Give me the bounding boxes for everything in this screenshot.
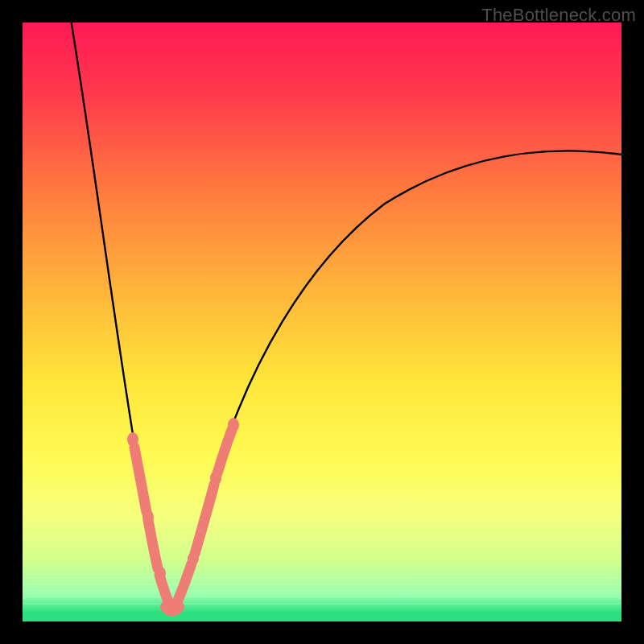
svg-point-9: [210, 471, 221, 485]
svg-point-5: [127, 432, 138, 447]
svg-point-7: [155, 567, 166, 580]
gradient-background: [23, 23, 621, 621]
svg-point-10: [228, 418, 239, 432]
plot-area: [23, 23, 621, 621]
salmon-trough: [166, 607, 179, 611]
chart-svg: [23, 23, 621, 621]
outer-frame: TheBottleneck.com: [0, 0, 644, 644]
svg-point-8: [188, 552, 199, 565]
svg-point-6: [142, 510, 154, 523]
watermark-text: TheBottleneck.com: [481, 5, 636, 26]
